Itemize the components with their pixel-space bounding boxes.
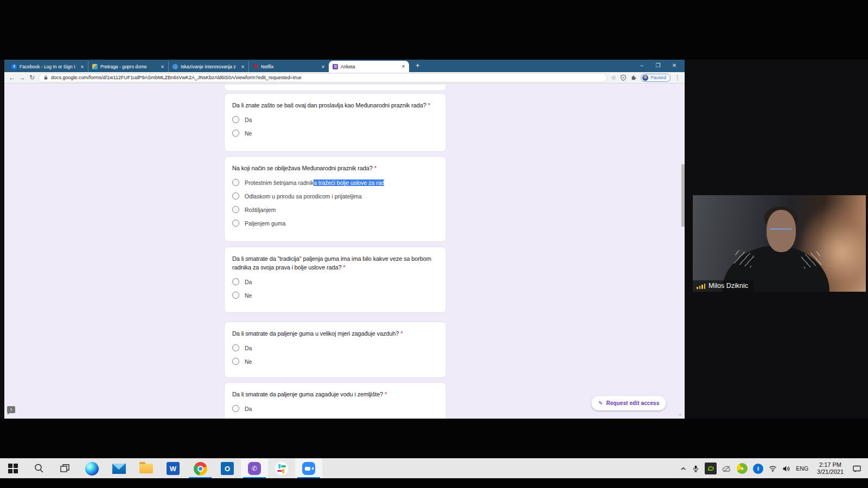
participant-name-tag: Milos Dziknic [693,280,754,292]
browser-tab[interactable]: Anketa✕ [329,61,409,72]
address-bar[interactable]: docs.google.com/forms/d/1w112FUF1udP9ASm… [39,73,607,82]
chrome-menu-icon[interactable]: ⋮ [674,75,680,81]
radio-button-icon[interactable] [232,358,239,365]
reload-icon[interactable]: ↻ [29,74,35,81]
taskbar-file-explorer[interactable] [132,459,159,478]
speaker-icon[interactable] [782,465,790,472]
taskbar-outlook[interactable]: O [214,459,241,478]
scroll-down-caret-icon[interactable]: ⌄ [678,411,682,416]
option-label: Ne [245,358,252,365]
question-card: Da li smatrate da paljenje guma zagađuje… [224,382,446,419]
security-360-icon[interactable]: + [737,463,748,474]
shield-extension-icon[interactable] [620,74,627,81]
report-abuse-icon[interactable]: ! [7,406,15,413]
radio-option[interactable]: Ne [232,358,438,365]
new-tab-button[interactable]: + [416,60,420,72]
radio-button-icon[interactable] [232,130,239,137]
question-title: Da li smatrate da "tradicija" paljenja g… [232,254,438,272]
question-title: Da li smatrate da paljenje guma zagađuje… [232,390,438,399]
radio-option[interactable]: Ne [232,292,438,299]
radio-button-icon[interactable] [232,278,239,285]
language-indicator[interactable]: ENG [796,465,808,472]
nvidia-icon[interactable] [705,463,717,474]
required-asterisk: * [400,330,403,337]
radio-option[interactable]: Da [232,405,438,412]
page-scrollbar-thumb[interactable] [681,164,685,227]
tab-close-icon[interactable]: ✕ [80,65,84,69]
radio-option[interactable]: Protestnim šetnjama radnika tražeći bolj… [232,179,438,186]
back-icon[interactable]: ← [9,74,15,81]
selected-text: a tražeći bolje uslove za rad [314,179,384,186]
url-text: docs.google.com/forms/d/1w112FUF1udP9ASm… [51,75,302,80]
request-edit-access-button[interactable]: ✎ Request edit access [591,396,666,410]
bookmark-star-icon[interactable]: ☆ [611,75,616,81]
action-center-icon[interactable] [852,465,861,473]
browser-toolbar: ← → ↻ docs.google.com/forms/d/1w112FUF1u… [4,72,685,84]
taskbar-slack[interactable] [268,459,295,478]
taskbar-viber[interactable]: ✆ [241,459,268,478]
tab-title: Facebook - Log In or Sign Up [20,64,75,69]
tab-close-icon[interactable]: ✕ [161,65,164,69]
wifi-icon[interactable] [769,465,777,472]
radio-option[interactable]: Da [232,344,438,351]
chrome-icon [194,462,207,476]
tab-title: Netflix [261,64,316,69]
taskbar-word[interactable]: W [159,459,187,478]
maximize-icon[interactable]: ❐ [650,60,666,72]
close-icon[interactable]: ✕ [666,60,682,72]
bluetooth-icon[interactable] [753,464,763,474]
browser-tab[interactable]: Iskazivanje interesovanja za vakc✕ [168,61,248,72]
radio-button-icon[interactable] [232,179,239,186]
radio-option[interactable]: Paljenjem guma [232,220,438,227]
system-tray: + ENG 2:17 PM 3/21/2021 [680,459,868,478]
browser-tab[interactable]: fFacebook - Log In or Sign Up✕ [8,61,88,72]
browser-window: fFacebook - Log In or Sign Up✕Pretraga -… [4,60,685,419]
radio-button-icon[interactable] [232,220,239,227]
option-label: Da [245,279,252,285]
radio-option[interactable]: Da [232,116,438,123]
radio-option[interactable]: Odlaskom u prirodu sa porodicom i prijat… [232,192,438,200]
radio-option[interactable]: Da [232,278,438,285]
tab-close-icon[interactable]: ✕ [401,64,405,69]
extensions-puzzle-icon[interactable] [630,74,637,81]
taskbar-clock[interactable]: 2:17 PM 3/21/2021 [817,461,844,476]
radio-button-icon[interactable] [232,344,239,351]
profile-paused-badge[interactable]: Paused [641,74,671,82]
radio-button-icon[interactable] [232,292,239,299]
taskbar-edge[interactable] [78,459,105,478]
forward-icon[interactable]: → [19,74,25,81]
task-view-button[interactable] [52,459,78,478]
windows-logo-icon [8,464,18,473]
browser-tab[interactable]: NNetflix✕ [248,61,329,72]
facebook-favicon-icon: f [11,64,17,69]
search-icon [34,463,44,474]
radio-button-icon[interactable] [232,206,239,213]
toolbar-right: ☆ Paused ⋮ [611,74,680,82]
browser-tab[interactable]: Pretraga - gopro dome✕ [88,61,168,72]
minimize-icon[interactable]: – [634,60,650,72]
radio-option[interactable]: Ne [232,130,438,137]
start-button[interactable] [0,459,26,478]
taskbar-zoom[interactable] [295,459,322,478]
radio-option[interactable]: Roštiljanjem [232,206,438,213]
option-label: Da [245,406,252,412]
tab-close-icon[interactable]: ✕ [241,65,245,69]
taskbar-chrome[interactable] [187,459,214,478]
option-label: Da [245,345,252,351]
tray-chevron-icon[interactable] [680,465,687,472]
pretraga-favicon-icon [92,64,98,69]
clock-date: 3/21/2021 [817,468,844,476]
radio-button-icon[interactable] [232,405,239,412]
lock-icon [43,75,48,80]
radio-button-icon[interactable] [232,116,239,123]
question-title: Da li smatrate da paljenje guma u veliko… [232,329,438,338]
radio-button-icon[interactable] [232,192,239,200]
option-label: Ne [245,292,252,299]
onedrive-cloud-icon[interactable] [722,465,731,472]
taskbar-mail[interactable] [105,459,132,478]
tab-close-icon[interactable]: ✕ [321,65,325,69]
microphone-icon[interactable] [692,465,699,473]
search-button[interactable] [26,459,52,478]
slack-icon [275,462,288,475]
person-face [767,210,796,252]
